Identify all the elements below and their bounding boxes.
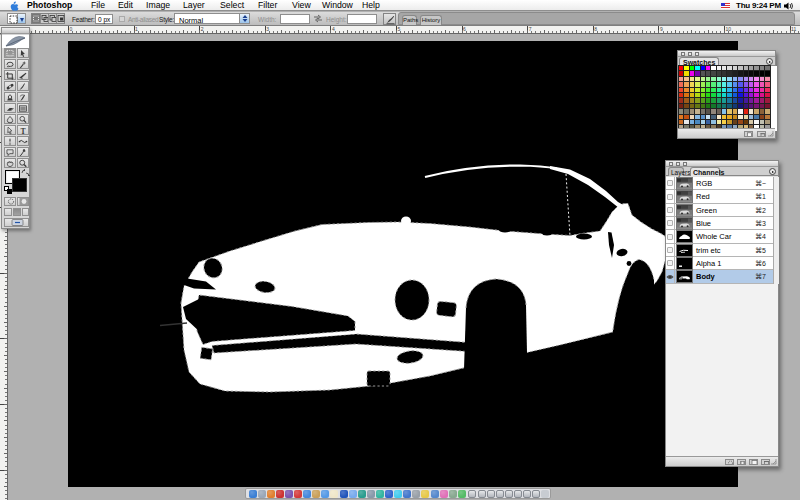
svg-text:T: T: [20, 126, 26, 135]
